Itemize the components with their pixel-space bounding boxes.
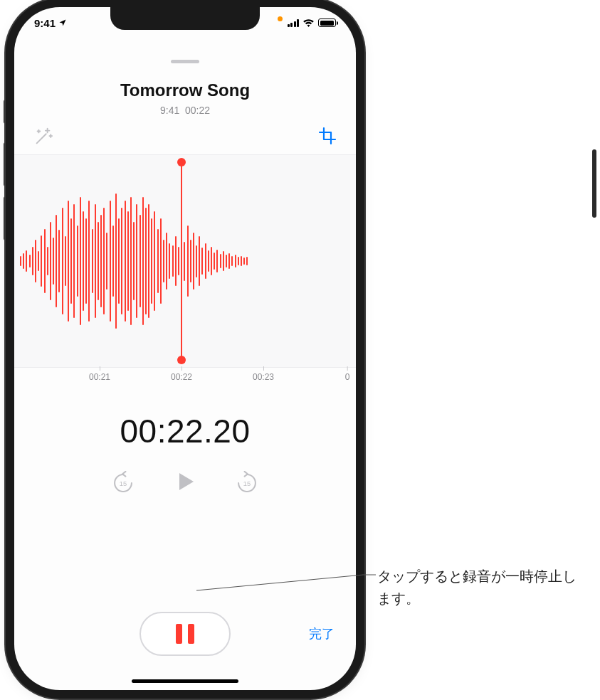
playhead[interactable] xyxy=(181,162,182,360)
wifi-icon xyxy=(302,18,315,27)
battery-icon xyxy=(318,18,336,27)
recording-meta: 9:41 00:22 xyxy=(14,105,356,116)
timeline[interactable]: 00:21 00:22 00:23 0 xyxy=(14,368,356,392)
tick-label: 0 xyxy=(345,372,350,382)
cellular-icon xyxy=(288,19,300,27)
playhead-handle-bottom[interactable] xyxy=(177,356,186,364)
pause-record-button[interactable] xyxy=(140,612,231,656)
recording-title[interactable]: Tomorrow Song xyxy=(14,80,356,100)
mic-in-use-indicator xyxy=(278,16,283,21)
enhance-icon[interactable] xyxy=(33,126,54,147)
side-button xyxy=(592,149,596,218)
done-button[interactable]: 完了 xyxy=(309,625,335,642)
playhead-handle-top[interactable] xyxy=(177,158,186,166)
waveform xyxy=(14,193,248,329)
home-indicator[interactable] xyxy=(132,679,238,683)
skip-back-15-button[interactable]: 15 xyxy=(111,471,135,495)
recording-sheet: Tomorrow Song 9:41 00:22 00:21 xyxy=(14,38,356,690)
tick-label: 00:23 xyxy=(253,372,274,382)
tick-label: 00:22 xyxy=(171,372,192,382)
mute-switch xyxy=(4,100,8,124)
volume-down-button xyxy=(4,196,8,240)
pause-icon xyxy=(176,624,194,644)
status-time: 9:41 xyxy=(34,17,56,29)
playback-controls: 15 15 xyxy=(14,469,356,497)
volume-up-button xyxy=(4,142,8,186)
skip-forward-15-button[interactable]: 15 xyxy=(235,471,259,495)
play-button[interactable] xyxy=(172,469,198,497)
elapsed-time: 00:22.20 xyxy=(14,412,356,450)
svg-text:15: 15 xyxy=(243,480,251,487)
recording-duration: 00:22 xyxy=(185,105,210,116)
sheet-grabber[interactable] xyxy=(171,60,199,63)
waveform-area[interactable] xyxy=(14,154,356,368)
tick-label: 00:21 xyxy=(89,372,110,382)
iphone-frame: 9:41 Tomorrow Song 9:41 00:22 xyxy=(14,7,356,690)
trim-icon[interactable] xyxy=(317,126,337,146)
location-icon xyxy=(58,18,67,27)
recording-time: 9:41 xyxy=(160,105,179,116)
svg-text:15: 15 xyxy=(120,480,127,487)
callout-text: タップすると録音が一時停止します。 xyxy=(377,566,584,610)
notch xyxy=(110,7,260,30)
